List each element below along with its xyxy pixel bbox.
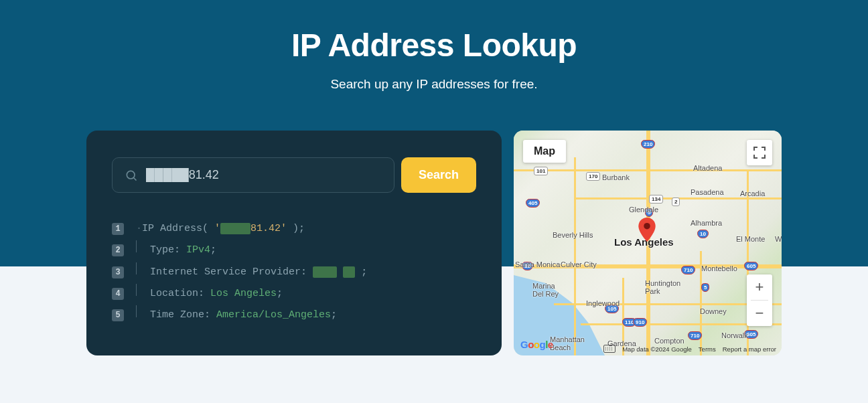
city-west: We bbox=[775, 235, 782, 243]
shield-i605: 605 bbox=[744, 262, 758, 270]
city-manhattan: Manhattan Beach bbox=[550, 335, 585, 351]
map-panel[interactable]: 210 101 170 134 405 5 2 10 10 710 605 5 … bbox=[514, 131, 782, 355]
google-logo: Google bbox=[520, 339, 553, 350]
keyboard-icon[interactable] bbox=[603, 345, 616, 353]
svg-line-1 bbox=[134, 177, 137, 180]
fullscreen-button[interactable] bbox=[747, 140, 772, 165]
fullscreen-icon bbox=[753, 147, 766, 159]
city-downey: Downey bbox=[700, 307, 727, 315]
shield-i210: 210 bbox=[641, 140, 655, 149]
city-alhambra: Alhambra bbox=[691, 219, 722, 227]
city-norwalk: Norwalk bbox=[721, 331, 748, 339]
map-report-link[interactable]: Report a map error bbox=[723, 345, 776, 353]
code-line-location: 4 Location: Los Angeles; bbox=[112, 283, 476, 305]
city-burbank: Burbank bbox=[602, 173, 630, 181]
city-pasadena: Pasadena bbox=[691, 188, 724, 196]
city-beverly: Beverly Hills bbox=[553, 231, 593, 239]
code-line-timezone: 5 Time Zone: America/Los_Angeles; bbox=[112, 305, 476, 326]
shield-i710: 710 bbox=[681, 266, 695, 274]
city-elmonte: El Monte bbox=[736, 235, 765, 243]
line-number: 4 bbox=[112, 288, 124, 300]
code-line-isp: 3 Internet Service Provider: ████ ██ ; bbox=[112, 262, 476, 283]
city-huntington: Huntington Park bbox=[645, 279, 680, 295]
page-title: IP Address Lookup bbox=[0, 27, 868, 64]
zoom-out-button[interactable]: − bbox=[747, 301, 772, 326]
shield-i10: 10 bbox=[697, 230, 709, 238]
line-number: 3 bbox=[112, 266, 124, 278]
city-montebello: Montebello bbox=[701, 264, 737, 272]
lookup-panel: Search 1 ·IP Address( '█████81.42' ); 2 … bbox=[86, 131, 502, 355]
svg-point-0 bbox=[127, 171, 135, 179]
shield-2: 2 bbox=[672, 197, 680, 206]
map-attribution: Map data ©2024 Google bbox=[622, 345, 692, 353]
city-altadena: Altadena bbox=[693, 164, 722, 172]
shield-i405: 405 bbox=[526, 199, 540, 208]
map-footer: Map data ©2024 Google Terms Report a map… bbox=[603, 345, 776, 353]
shield-101: 101 bbox=[534, 167, 548, 175]
line-number: 5 bbox=[112, 309, 124, 321]
ip-search-input[interactable] bbox=[146, 168, 382, 182]
map-terms-link[interactable]: Terms bbox=[699, 345, 716, 353]
line-number: 2 bbox=[112, 244, 124, 256]
shield-i910: 910 bbox=[633, 318, 647, 327]
shield-i710b: 710 bbox=[688, 331, 702, 340]
city-glendale: Glendale bbox=[629, 206, 658, 214]
city-culver: Culver City bbox=[561, 260, 597, 268]
shield-170: 170 bbox=[586, 172, 600, 181]
city-inglewood: Inglewood bbox=[586, 299, 620, 307]
shield-134: 134 bbox=[649, 195, 663, 204]
map-marker-icon bbox=[638, 218, 656, 242]
result-code-block: 1 ·IP Address( '█████81.42' ); 2 Type: I… bbox=[112, 218, 476, 326]
zoom-controls: + − bbox=[747, 274, 772, 326]
search-box[interactable] bbox=[112, 157, 394, 193]
city-santamonica: Santa Monica bbox=[515, 260, 560, 268]
city-arcadia: Arcadia bbox=[740, 189, 765, 197]
code-line-type: 2 Type: IPv4; bbox=[112, 240, 476, 261]
svg-point-2 bbox=[644, 223, 650, 230]
search-button[interactable]: Search bbox=[401, 157, 476, 193]
code-line-ip: 1 ·IP Address( '█████81.42' ); bbox=[112, 218, 476, 240]
page-subtitle: Search up any IP addresses for free. bbox=[0, 77, 868, 92]
line-number: 1 bbox=[112, 223, 124, 235]
search-icon bbox=[125, 169, 138, 182]
city-marina: Marina Del Rey bbox=[532, 282, 559, 298]
map-type-button[interactable]: Map bbox=[523, 140, 566, 163]
zoom-in-button[interactable]: + bbox=[747, 274, 772, 300]
city-compton: Compton bbox=[654, 337, 684, 345]
